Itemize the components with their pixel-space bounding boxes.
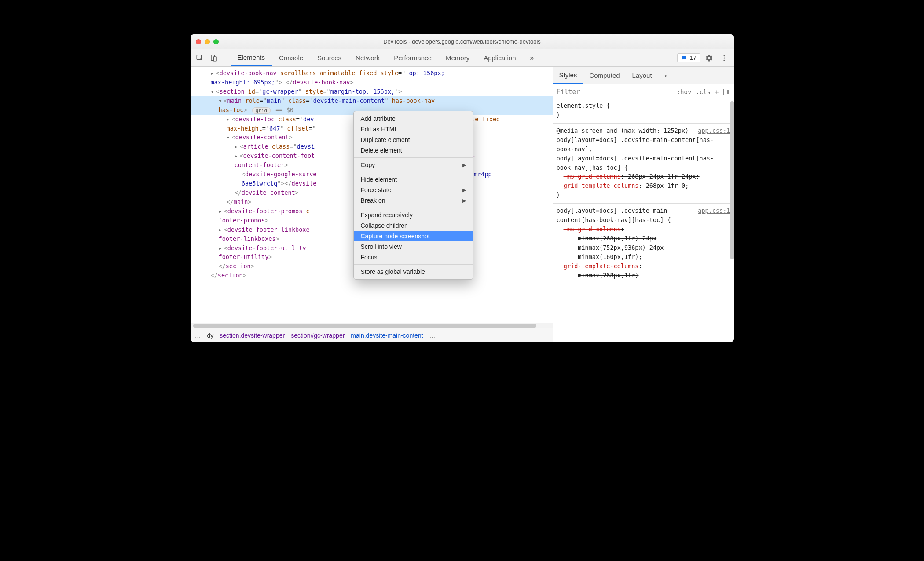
toggle-sidebar-icon[interactable] bbox=[723, 89, 730, 95]
tab-application[interactable]: Application bbox=[477, 49, 523, 66]
issues-badge[interactable]: 17 bbox=[677, 53, 700, 62]
main-toolbar: Elements Console Sources Network Perform… bbox=[191, 49, 734, 67]
tab-console[interactable]: Console bbox=[272, 49, 310, 66]
tabs-overflow-icon[interactable]: » bbox=[526, 54, 539, 62]
styles-toolbar: :hov .cls + bbox=[553, 84, 734, 99]
styles-content[interactable]: element.style { } app.css:1 @media scree… bbox=[553, 99, 734, 342]
menu-separator bbox=[354, 208, 473, 208]
tab-sources[interactable]: Sources bbox=[310, 49, 348, 66]
tab-performance[interactable]: Performance bbox=[387, 49, 439, 66]
breadcrumb-ellipsis-right[interactable]: … bbox=[429, 332, 436, 339]
toolbar-separator bbox=[225, 53, 225, 63]
breadcrumb-item[interactable]: section.devsite-wrapper bbox=[220, 332, 285, 339]
sidebar-tabs-overflow-icon[interactable]: » bbox=[658, 67, 674, 84]
cls-toggle[interactable]: .cls bbox=[696, 88, 711, 95]
menu-separator bbox=[354, 172, 473, 172]
style-selector: element.style { bbox=[557, 102, 610, 109]
svg-rect-2 bbox=[213, 57, 216, 61]
panel-tabs: Elements Console Sources Network Perform… bbox=[231, 49, 523, 66]
menu-expand-recursively[interactable]: Expand recursively bbox=[354, 210, 473, 220]
menu-edit-as-html[interactable]: Edit as HTML bbox=[354, 124, 473, 135]
breadcrumb-item-selected[interactable]: main.devsite-main-content bbox=[351, 332, 423, 339]
media-query: @media screen and (max-width: 1252px) bbox=[557, 127, 689, 134]
svg-point-3 bbox=[723, 55, 725, 56]
tab-memory[interactable]: Memory bbox=[439, 49, 477, 66]
titlebar: DevTools - developers.google.com/web/too… bbox=[191, 34, 734, 49]
breadcrumb-item[interactable]: section#gc-wrapper bbox=[291, 332, 345, 339]
sidebar-tab-computed[interactable]: Computed bbox=[583, 67, 626, 84]
svg-point-5 bbox=[723, 59, 725, 61]
close-icon[interactable] bbox=[196, 39, 201, 44]
menu-break-on[interactable]: Break on▶ bbox=[354, 195, 473, 206]
menu-scroll-into-view[interactable]: Scroll into view bbox=[354, 241, 473, 252]
menu-separator bbox=[354, 157, 473, 158]
menu-add-attribute[interactable]: Add attribute bbox=[354, 113, 473, 124]
menu-collapse-children[interactable]: Collapse children bbox=[354, 220, 473, 231]
menu-force-state[interactable]: Force state▶ bbox=[354, 185, 473, 195]
context-menu: Add attribute Edit as HTML Duplicate ele… bbox=[353, 111, 473, 280]
sidebar-tabs: Styles Computed Layout » bbox=[553, 67, 734, 84]
source-link[interactable]: app.css:1 bbox=[698, 126, 730, 135]
kebab-icon[interactable] bbox=[718, 52, 730, 64]
hov-toggle[interactable]: :hov bbox=[677, 88, 692, 95]
submenu-arrow-icon: ▶ bbox=[462, 162, 466, 168]
vertical-scrollbar[interactable] bbox=[729, 99, 734, 342]
minimize-icon[interactable] bbox=[205, 39, 210, 44]
window-title: DevTools - developers.google.com/web/too… bbox=[191, 38, 734, 45]
svg-point-4 bbox=[723, 57, 725, 58]
breadcrumb-ellipsis-left[interactable]: … bbox=[195, 332, 201, 339]
maximize-icon[interactable] bbox=[213, 39, 219, 44]
source-link[interactable]: app.css:1 bbox=[698, 206, 730, 215]
menu-copy[interactable]: Copy▶ bbox=[354, 160, 473, 170]
filter-input[interactable] bbox=[557, 88, 672, 96]
devtools-window: DevTools - developers.google.com/web/too… bbox=[191, 34, 734, 342]
main-body: ▸<devsite-book-nav scrollbars animatable… bbox=[191, 67, 734, 342]
horizontal-scrollbar[interactable] bbox=[191, 323, 553, 328]
menu-duplicate-element[interactable]: Duplicate element bbox=[354, 135, 473, 145]
submenu-arrow-icon: ▶ bbox=[462, 187, 466, 193]
device-toggle-icon[interactable] bbox=[208, 52, 220, 64]
menu-store-as-global[interactable]: Store as global variable bbox=[354, 266, 473, 277]
issues-count: 17 bbox=[690, 55, 696, 61]
styles-sidebar: Styles Computed Layout » :hov .cls + ele… bbox=[553, 67, 734, 342]
menu-delete-element[interactable]: Delete element bbox=[354, 145, 473, 156]
menu-focus[interactable]: Focus bbox=[354, 252, 473, 262]
inspect-icon[interactable] bbox=[194, 52, 205, 64]
new-style-rule-icon[interactable]: + bbox=[715, 88, 719, 95]
tab-network[interactable]: Network bbox=[348, 49, 387, 66]
menu-separator bbox=[354, 264, 473, 265]
submenu-arrow-icon: ▶ bbox=[462, 198, 466, 204]
gear-icon[interactable] bbox=[703, 52, 715, 64]
breadcrumb[interactable]: … dy section.devsite-wrapper section#gc-… bbox=[191, 328, 553, 342]
traffic-lights bbox=[196, 39, 219, 44]
tab-elements[interactable]: Elements bbox=[231, 49, 272, 66]
menu-capture-node-screenshot[interactable]: Capture node screenshot bbox=[354, 231, 473, 241]
grid-badge[interactable]: grid bbox=[252, 107, 271, 114]
elements-panel: ▸<devsite-book-nav scrollbars animatable… bbox=[191, 67, 553, 342]
sidebar-tab-layout[interactable]: Layout bbox=[626, 67, 658, 84]
menu-hide-element[interactable]: Hide element bbox=[354, 174, 473, 185]
sidebar-tab-styles[interactable]: Styles bbox=[553, 67, 583, 84]
breadcrumb-item[interactable]: dy bbox=[207, 332, 214, 339]
